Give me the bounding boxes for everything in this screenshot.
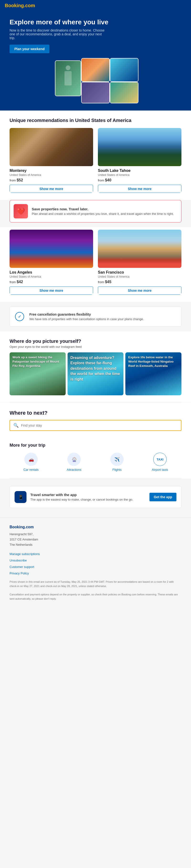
card-image-la	[9, 230, 93, 268]
header: Booking.com	[0, 0, 191, 11]
card-city-la: Los Angeles	[9, 270, 93, 275]
card-city-tahoe: South Lake Tahoe	[98, 168, 182, 173]
plan-weekend-button[interactable]: Plan your weekend	[9, 44, 50, 53]
logo: Booking.com	[5, 3, 186, 8]
trip-label-flights: Flights	[113, 468, 122, 471]
hero-images	[0, 58, 191, 111]
card-country-tahoe: United States of America	[98, 173, 182, 177]
trip-label-taxi: Airport taxis	[152, 468, 168, 471]
show-more-la[interactable]: Show me more	[9, 286, 93, 294]
card-image-monterey	[9, 128, 93, 166]
get-app-button[interactable]: Get the app	[150, 493, 177, 501]
footer-address-2: 1017 CE Amsterdam	[9, 537, 38, 541]
footer-link-privacy[interactable]: Privacy Policy	[9, 571, 182, 575]
instagram-section: Where do you picture yourself? Open your…	[0, 331, 191, 402]
insta-card-2[interactable]: Dreaming of adventure? Explore these far…	[68, 352, 124, 395]
card-country-la: United States of America	[9, 275, 93, 278]
recommendations-section-2: Los Angeles United States of America fro…	[0, 227, 191, 302]
svg-text:🚗: 🚗	[29, 457, 34, 462]
footer-disclaimer-1: Prices shown in this email are current a…	[9, 580, 182, 588]
flights-icon: ✈️	[110, 453, 124, 466]
hero-section: Explore more of where you live Now is th…	[0, 11, 191, 58]
insta-overlay-1: Work up a sweet hiking the Patagonian la…	[9, 352, 66, 395]
wishlist-description: Plan ahead and create a wishlist of prop…	[32, 212, 174, 216]
footer-link-unsubscribe[interactable]: Unsubscribe	[9, 559, 182, 562]
svg-text:📱: 📱	[18, 495, 24, 500]
search-input-wrap[interactable]: 🔍	[9, 420, 182, 431]
trip-item-car[interactable]: 🚗 Car rentals	[9, 453, 53, 471]
trip-icons: 🚗 Car rentals 🎡 Attractions ✈️ Flights T…	[9, 453, 182, 471]
cards-grid-2: Los Angeles United States of America fro…	[9, 230, 182, 294]
insta-card-3[interactable]: Explore life below water in the World He…	[125, 352, 182, 395]
wishlist-banner: ❤️ Save properties now. Travel later. Pl…	[9, 200, 182, 222]
hero-image-4	[81, 82, 110, 103]
insta-overlay-3: Explore life below water in the World He…	[125, 352, 182, 395]
card-tahoe: South Lake Tahoe United States of Americ…	[98, 128, 182, 193]
footer-links: Manage subscriptions Unsubscribe Custome…	[9, 552, 182, 575]
taxi-icon: TAXI	[153, 453, 167, 466]
hero-collage	[50, 58, 141, 106]
search-icon: 🔍	[13, 423, 19, 428]
recommendations-title: Unique recommendations in United States …	[9, 118, 182, 123]
card-price-la: from $42	[9, 280, 93, 284]
show-more-tahoe[interactable]: Show me more	[98, 185, 182, 193]
wishlist-text: Save properties now. Travel later. Plan …	[32, 207, 174, 216]
footer-link-support[interactable]: Customer support	[9, 565, 182, 569]
instagram-grid: Work up a sweet hiking the Patagonian la…	[9, 352, 182, 395]
car-icon: 🚗	[24, 453, 38, 466]
tahoe-image	[98, 128, 182, 166]
app-section-wrapper: 📱 Travel smarter with the app The app is…	[0, 479, 191, 518]
card-image-tahoe	[98, 128, 182, 166]
show-more-sf[interactable]: Show me more	[98, 286, 182, 294]
show-more-monterey[interactable]: Show me more	[9, 185, 93, 193]
footer-disclaimer-2: Cancellation and payment options depend …	[9, 592, 182, 601]
card-city-monterey: Monterey	[9, 168, 93, 173]
trip-section: More for your trip 🚗 Car rentals 🎡 Attra…	[0, 438, 191, 478]
app-title: Travel smarter with the app	[30, 493, 146, 497]
footer-link-manage[interactable]: Manage subscriptions	[9, 552, 182, 556]
card-la: Los Angeles United States of America fro…	[9, 230, 93, 294]
card-price-tahoe: from $40	[98, 178, 182, 182]
footer: Booking.com Herengracht 597, 1017 CE Ams…	[0, 518, 191, 608]
cards-grid: Monterey United States of America from $…	[9, 128, 182, 193]
recommendations-section: Unique recommendations in United States …	[0, 111, 191, 200]
wishlist-title: Save properties now. Travel later.	[32, 207, 174, 211]
app-text: Travel smarter with the app The app is t…	[30, 493, 146, 501]
card-country-monterey: United States of America	[9, 173, 93, 177]
trip-label-attractions: Attractions	[67, 468, 81, 471]
hero-image-5	[110, 82, 138, 103]
trip-item-flights[interactable]: ✈️ Flights	[96, 453, 138, 471]
hero-image-2	[81, 58, 110, 82]
instagram-title: Where do you picture yourself?	[9, 339, 182, 344]
wishlist-icon: ❤️	[13, 204, 28, 218]
trip-item-attractions[interactable]: 🎡 Attractions	[53, 453, 96, 471]
trip-item-taxi[interactable]: TAXI Airport taxis	[138, 453, 182, 471]
trip-title: More for your trip	[9, 443, 182, 448]
attractions-icon: 🎡	[67, 453, 81, 466]
footer-disclaimer: Prices shown in this email are current a…	[9, 580, 182, 601]
insta-text-1: Work up a sweet hiking the Patagonian la…	[12, 355, 63, 368]
card-price-monterey: from $52	[9, 178, 93, 182]
cancellation-banner: ✓ Free cancellation guarantees flexibili…	[9, 307, 182, 327]
insta-overlay-2: Dreaming of adventure? Explore these far…	[68, 352, 124, 395]
footer-logo: Booking.com	[9, 525, 182, 529]
app-icon: 📱	[14, 491, 27, 503]
cancellation-title: Free cancellation guarantees flexibility	[29, 312, 144, 316]
cancellation-icon: ✓	[13, 311, 26, 322]
svg-text:✈️: ✈️	[114, 457, 120, 462]
card-city-sf: San Francisco	[98, 270, 182, 275]
hero-title: Explore more of where you live	[9, 19, 182, 26]
card-sf: San Francisco United States of America f…	[98, 230, 182, 294]
search-input[interactable]	[21, 424, 178, 427]
la-image	[9, 230, 93, 268]
logo-suffix: .com	[24, 3, 35, 8]
hero-description: Now is the time to discover destinations…	[9, 28, 105, 40]
card-country-sf: United States of America	[98, 275, 182, 278]
card-price-sf: from $45	[98, 280, 182, 284]
cancellation-text: Free cancellation guarantees flexibility…	[29, 312, 144, 321]
footer-address: Herengracht 597, 1017 CE Amsterdam The N…	[9, 532, 182, 548]
insta-card-1[interactable]: Work up a sweet hiking the Patagonian la…	[9, 352, 66, 395]
footer-address-1: Herengracht 597,	[9, 532, 33, 536]
svg-text:✓: ✓	[18, 314, 22, 319]
monterey-image	[9, 128, 93, 166]
